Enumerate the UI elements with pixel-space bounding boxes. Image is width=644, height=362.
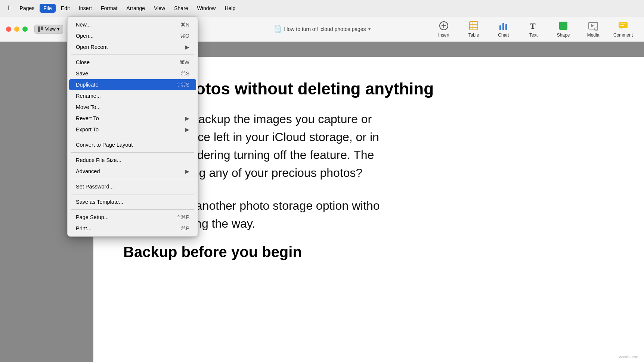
menu-item-label: Convert to Page Layout — [76, 142, 133, 148]
toolbar-text-btn[interactable]: T Text — [518, 18, 548, 40]
toolbar-shape-btn[interactable]: Shape — [548, 18, 578, 40]
toolbar-chart-btn[interactable]: Chart — [489, 18, 518, 40]
toolbar-chart-label: Chart — [498, 32, 509, 38]
menu-item-label: Duplicate — [76, 82, 98, 88]
svg-rect-0 — [38, 26, 40, 32]
menu-item-label: Revert To — [76, 115, 99, 121]
toolbar-comment-btn[interactable]: Comment — [608, 18, 638, 40]
toolbar-media-btn[interactable]: Media — [578, 18, 608, 40]
traffic-lights — [6, 26, 28, 32]
menubar-edit[interactable]: Edit — [57, 4, 74, 13]
menu-item-duplicate[interactable]: Duplicate⇧⌘S — [69, 79, 196, 90]
apple-menu[interactable]:  — [4, 4, 15, 12]
svg-rect-11 — [505, 24, 507, 30]
menu-item-label: Reduce File Size... — [76, 157, 121, 163]
menubar-file[interactable]: File — [40, 4, 56, 13]
menu-item-export-to[interactable]: Export To▶ — [69, 124, 196, 135]
view-chevron: ▾ — [57, 26, 60, 32]
menu-item-open-recent[interactable]: Open Recent▶ — [69, 41, 196, 53]
menu-item-label: Open... — [76, 33, 94, 39]
insert-icon — [439, 21, 449, 31]
menu-item-label: Save — [76, 71, 88, 77]
menu-item-save[interactable]: Save⌘S — [69, 68, 196, 79]
menu-item-shortcut: ▶ — [185, 127, 189, 132]
toolbar-shape-label: Shape — [557, 32, 570, 38]
menu-separator-20 — [71, 209, 194, 210]
menubar-window[interactable]: Window — [193, 4, 220, 13]
menu-item-shortcut: ⌘P — [181, 225, 189, 231]
menu-item-label: Print... — [76, 225, 92, 231]
menu-separator-16 — [71, 179, 194, 179]
menu-item-page-setup---[interactable]: Page Setup...⇧⌘P — [69, 212, 196, 223]
menubar-pages[interactable]: Pages — [16, 4, 38, 13]
menu-item-label: Close — [76, 59, 90, 65]
menu-item-shortcut: ⌘W — [179, 59, 189, 65]
text-icon: T — [528, 21, 539, 31]
menu-item-advanced[interactable]: Advanced▶ — [69, 166, 196, 177]
view-button[interactable]: View ▾ — [34, 25, 63, 34]
svg-rect-16 — [619, 22, 628, 28]
view-icon — [38, 26, 44, 32]
svg-rect-9 — [499, 25, 501, 30]
menu-item-shortcut: ⌘S — [181, 71, 189, 77]
menu-item-shortcut: ▶ — [185, 168, 189, 174]
toolbar-media-label: Media — [587, 32, 600, 38]
menu-item-label: Page Setup... — [76, 214, 109, 220]
svg-rect-10 — [502, 23, 504, 30]
toolbar-group: Insert Table Chart T Text — [429, 18, 638, 40]
menubar-view[interactable]: View — [150, 4, 169, 13]
menu-separator-18 — [71, 194, 194, 194]
menubar-share[interactable]: Share — [170, 4, 192, 13]
doc-icon: 🗒️ — [273, 25, 282, 33]
toolbar-insert-btn[interactable]: Insert — [429, 18, 459, 40]
menu-item-shortcut: ▶ — [185, 44, 189, 50]
shape-icon — [558, 21, 569, 31]
doc-title: How to turn off icloud photos.pages — [284, 26, 366, 32]
svg-rect-13 — [559, 22, 567, 30]
chart-icon — [498, 21, 509, 31]
menu-item-save-as-template---[interactable]: Save as Template... — [69, 196, 196, 207]
menu-item-revert-to[interactable]: Revert To▶ — [69, 113, 196, 124]
menubar:  Pages File Edit Insert Format Arrange … — [0, 0, 644, 16]
menu-item-label: Set Password... — [76, 184, 114, 190]
menu-item-label: Save as Template... — [76, 199, 123, 205]
menubar-help[interactable]: Help — [221, 4, 239, 13]
svg-rect-5 — [470, 22, 478, 30]
menubar-insert[interactable]: Insert — [75, 4, 96, 13]
svg-rect-1 — [41, 26, 43, 30]
menu-item-shortcut: ▶ — [185, 115, 189, 121]
media-icon — [588, 21, 598, 31]
minimize-button[interactable] — [14, 26, 19, 32]
menubar-format[interactable]: Format — [97, 4, 121, 13]
close-button[interactable] — [6, 26, 11, 32]
menu-item-shortcut: ⇧⌘S — [176, 82, 189, 88]
menu-item-shortcut: ⌘N — [180, 22, 189, 28]
menu-item-shortcut: ⌘O — [180, 33, 189, 39]
menu-item-new---[interactable]: New...⌘N — [69, 19, 196, 30]
comment-icon — [618, 21, 628, 31]
menu-item-label: Export To — [76, 127, 99, 132]
watermark: wsxdn.com — [619, 355, 640, 359]
toolbar-table-btn[interactable]: Table — [459, 18, 489, 40]
menu-item-shortcut: ⇧⌘P — [176, 214, 189, 220]
menu-item-label: Move To... — [76, 104, 101, 110]
file-menu: New...⌘NOpen...⌘OOpen Recent▶Close⌘WSave… — [67, 16, 198, 237]
maximize-button[interactable] — [22, 26, 28, 32]
menu-item-label: New... — [76, 22, 91, 28]
menubar-arrange[interactable]: Arrange — [123, 4, 149, 13]
menu-item-reduce-file-size---[interactable]: Reduce File Size... — [69, 155, 196, 166]
doc-title-chevron[interactable]: ▾ — [368, 26, 371, 32]
menu-item-rename---[interactable]: Rename... — [69, 90, 196, 102]
menu-item-open---[interactable]: Open...⌘O — [69, 30, 196, 41]
menu-item-set-password---[interactable]: Set Password... — [69, 181, 196, 192]
menu-item-label: Open Recent — [76, 44, 108, 50]
toolbar-insert-label: Insert — [438, 32, 449, 38]
menu-item-convert-to-page-layout[interactable]: Convert to Page Layout — [69, 139, 196, 150]
menu-item-close[interactable]: Close⌘W — [69, 57, 196, 68]
toolbar-table-label: Table — [468, 32, 479, 38]
menu-item-label: Advanced — [76, 168, 100, 174]
view-label: View — [45, 26, 56, 32]
menu-item-print---[interactable]: Print...⌘P — [69, 223, 196, 234]
menu-item-move-to---[interactable]: Move To... — [69, 102, 196, 113]
menu-separator-3 — [71, 54, 194, 55]
